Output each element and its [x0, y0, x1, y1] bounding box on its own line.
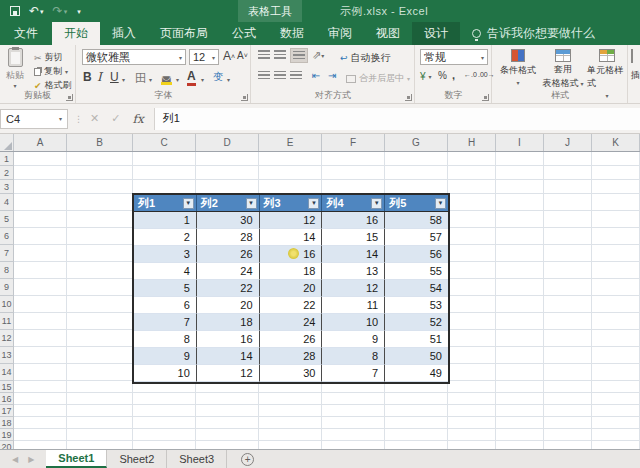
phonetic-button[interactable]: 变: [213, 70, 223, 84]
tell-me-box[interactable]: 告诉我你想要做什么: [472, 22, 595, 45]
grid-cell[interactable]: [196, 429, 259, 441]
grid-cell[interactable]: [544, 279, 592, 296]
italic-button[interactable]: I: [97, 70, 102, 84]
filter-button[interactable]: ▼: [246, 198, 257, 209]
grid-cell[interactable]: [544, 166, 592, 180]
grid-cell[interactable]: [14, 429, 67, 441]
table-cell[interactable]: 14: [322, 246, 385, 263]
grid-cell[interactable]: [67, 313, 133, 330]
grid-cell[interactable]: [196, 405, 259, 417]
row-header-11[interactable]: 11: [0, 313, 14, 330]
row-header-4[interactable]: 4: [0, 194, 14, 211]
accounting-format-button[interactable]: ¥▾: [420, 71, 432, 82]
grid-cell[interactable]: [448, 194, 496, 211]
column-header-I[interactable]: I: [496, 134, 544, 151]
chevron-down-icon[interactable]: ▾: [122, 76, 125, 83]
insert-cells-label[interactable]: 插: [631, 69, 640, 82]
grid-cell[interactable]: [259, 417, 322, 429]
table-cell[interactable]: 53: [385, 297, 448, 314]
grid-cell[interactable]: [592, 279, 640, 296]
tab-design[interactable]: 设计: [412, 22, 460, 45]
table-cell[interactable]: 56: [385, 246, 448, 263]
grid-cell[interactable]: [67, 279, 133, 296]
sheet-prev-icon[interactable]: ◀: [12, 455, 18, 464]
chevron-down-icon[interactable]: ▾: [201, 76, 204, 83]
grid-cell[interactable]: [14, 194, 67, 211]
grid-cell[interactable]: [196, 441, 259, 449]
table-header-cell[interactable]: 列3▼: [260, 195, 323, 211]
align-center-button[interactable]: [274, 71, 286, 80]
table-cell[interactable]: 30: [260, 365, 323, 382]
table-cell[interactable]: 57: [385, 229, 448, 246]
font-color-button[interactable]: A: [187, 69, 196, 86]
column-header-D[interactable]: D: [196, 134, 259, 151]
grid-cell[interactable]: [196, 393, 259, 405]
table-cell[interactable]: 54: [385, 280, 448, 297]
filter-button[interactable]: ▼: [308, 198, 319, 209]
grid-cell[interactable]: [14, 364, 67, 381]
table-cell[interactable]: 18: [260, 263, 323, 280]
comma-style-button[interactable]: ,: [452, 69, 455, 81]
tab-页面布局[interactable]: 页面布局: [148, 22, 220, 45]
grid-cell[interactable]: [496, 313, 544, 330]
grid-cell[interactable]: [544, 429, 592, 441]
grid-cell[interactable]: [592, 194, 640, 211]
table-cell[interactable]: 4: [134, 263, 197, 280]
grid-cell[interactable]: [14, 393, 67, 405]
grid-cell[interactable]: [196, 166, 259, 180]
grid-cell[interactable]: [322, 393, 385, 405]
table-cell[interactable]: 10: [134, 365, 197, 382]
sheet-tab-Sheet2[interactable]: Sheet2: [107, 450, 167, 468]
grid-cell[interactable]: [592, 313, 640, 330]
table-cell[interactable]: 7: [322, 365, 385, 382]
table-cell[interactable]: 58: [385, 212, 448, 229]
grid-cell[interactable]: [133, 152, 196, 166]
table-cell[interactable]: 22: [260, 297, 323, 314]
filter-button[interactable]: ▼: [371, 198, 382, 209]
row-header-19[interactable]: 19: [0, 429, 14, 441]
grid-cell[interactable]: [592, 262, 640, 279]
grid-cell[interactable]: [196, 417, 259, 429]
table-cell[interactable]: 22: [197, 280, 260, 297]
shrink-font-button[interactable]: A˅: [237, 50, 248, 61]
grid-cell[interactable]: [259, 393, 322, 405]
grid-cell[interactable]: [496, 166, 544, 180]
table-cell[interactable]: 16: [197, 331, 260, 348]
grid-cell[interactable]: [259, 166, 322, 180]
grid-cell[interactable]: [592, 228, 640, 245]
row-header-13[interactable]: 13: [0, 347, 14, 364]
grid-cell[interactable]: [67, 245, 133, 262]
grid-cell[interactable]: [14, 381, 67, 393]
tab-插入[interactable]: 插入: [100, 22, 148, 45]
grid-cell[interactable]: [496, 245, 544, 262]
table-cell[interactable]: 24: [197, 263, 260, 280]
percent-style-button[interactable]: %: [438, 70, 447, 81]
grid-cell[interactable]: [496, 347, 544, 364]
grid-cell[interactable]: [385, 417, 448, 429]
table-cell[interactable]: 18: [197, 314, 260, 331]
fill-color-button[interactable]: ◛: [161, 69, 172, 85]
grid-cell[interactable]: [448, 262, 496, 279]
grid-cell[interactable]: [14, 152, 67, 166]
chevron-down-icon[interactable]: ▾: [149, 76, 152, 83]
column-header-H[interactable]: H: [448, 134, 496, 151]
grid-cell[interactable]: [14, 211, 67, 228]
format-as-table-button[interactable]: 套用 表格格式▾: [541, 49, 585, 90]
grid-cell[interactable]: [592, 152, 640, 166]
table-cell[interactable]: 12: [322, 280, 385, 297]
grid-cell[interactable]: [592, 441, 640, 449]
row-header-14[interactable]: 14: [0, 364, 14, 381]
name-box[interactable]: C4▾: [0, 109, 68, 129]
grid-cell[interactable]: [67, 166, 133, 180]
table-header-cell[interactable]: 列5▼: [385, 195, 448, 211]
row-header-10[interactable]: 10: [0, 296, 14, 313]
grid-cell[interactable]: [592, 211, 640, 228]
grid-cell[interactable]: [448, 441, 496, 449]
undo-button[interactable]: ↶▾: [29, 5, 44, 17]
grid-cell[interactable]: [67, 152, 133, 166]
table-cell[interactable]: 50: [385, 348, 448, 365]
row-header-8[interactable]: 8: [0, 262, 14, 279]
grid-cell[interactable]: [592, 180, 640, 194]
grid-cell[interactable]: [448, 429, 496, 441]
number-dialog-launcher[interactable]: [482, 94, 489, 101]
